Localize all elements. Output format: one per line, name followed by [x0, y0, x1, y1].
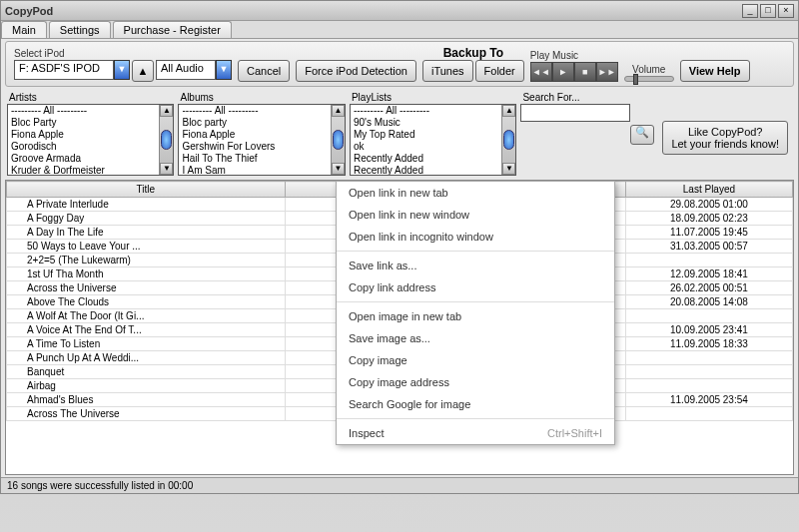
list-item[interactable]: ok	[351, 141, 501, 153]
backup-itunes-button[interactable]: iTunes	[422, 60, 473, 82]
tab-main[interactable]: Main	[1, 21, 47, 38]
list-item[interactable]: Recently Added	[351, 165, 501, 175]
ipod-dropdown[interactable]: F: ASDF'S IPOD ▼	[14, 60, 130, 82]
select-ipod-label: Select iPod	[14, 48, 232, 59]
list-item[interactable]: Groove Armada	[8, 153, 159, 165]
scrollbar[interactable]: ▲▼	[159, 105, 173, 175]
artists-list[interactable]: --------- All ---------Bloc PartyFiona A…	[7, 104, 174, 176]
eject-button[interactable]: ▲	[132, 60, 154, 82]
play-icon[interactable]: ►	[552, 62, 574, 82]
context-menu-item[interactable]: Copy link address	[337, 276, 614, 298]
maximize-button[interactable]: □	[760, 4, 776, 18]
list-item[interactable]: My Top Rated	[351, 129, 501, 141]
search-icon: 🔍	[635, 126, 649, 138]
context-menu-item[interactable]: Search Google for image	[337, 393, 614, 415]
list-item[interactable]: 90's Music	[351, 117, 501, 129]
search-label: Search For...	[520, 91, 654, 104]
toolbar: Select iPod F: ASDF'S IPOD ▼ ▲ All Audio…	[5, 41, 794, 87]
context-menu-item[interactable]: Open link in new tab	[337, 182, 614, 204]
backup-folder-button[interactable]: Folder	[475, 60, 524, 82]
force-detection-button[interactable]: Force iPod Detection	[296, 60, 416, 82]
chevron-down-icon[interactable]: ▼	[114, 60, 130, 80]
playlists-list[interactable]: --------- All ---------90's MusicMy Top …	[350, 104, 516, 176]
audio-dropdown[interactable]: All Audio ▼	[156, 60, 232, 82]
status-bar: 16 songs were successfully listed in 00:…	[1, 477, 798, 493]
context-menu-item[interactable]: Open link in new window	[337, 204, 614, 226]
list-item[interactable]: Bloc Party	[8, 117, 159, 129]
column-header[interactable]: Last Played	[625, 182, 792, 198]
list-item[interactable]: Kruder & Dorfmeister	[8, 165, 159, 175]
search-input[interactable]	[520, 104, 630, 122]
albums-list[interactable]: --------- All ---------Bloc partyFiona A…	[178, 104, 345, 176]
albums-label: Albums	[178, 91, 345, 104]
list-item[interactable]: Hail To The Thief	[179, 153, 330, 165]
rewind-icon[interactable]: ◄◄	[530, 62, 552, 82]
list-item[interactable]: --------- All ---------	[179, 105, 330, 117]
list-item[interactable]: Recently Added	[351, 153, 501, 165]
context-menu-item[interactable]: Open link in incognito window	[337, 226, 614, 248]
minimize-button[interactable]: _	[742, 4, 758, 18]
titlebar: CopyPod _ □ ×	[1, 1, 798, 21]
context-menu-item[interactable]: Save link as...	[337, 255, 614, 276]
filters-row: Artists --------- All ---------Bloc Part…	[1, 89, 798, 178]
column-header[interactable]: Title	[7, 182, 286, 198]
close-button[interactable]: ×	[778, 4, 794, 18]
context-menu-item[interactable]: Copy image	[337, 349, 614, 371]
songs-table: TitleArtistte AddedLast Played A Private…	[5, 180, 794, 475]
list-item[interactable]: --------- All ---------	[351, 105, 501, 117]
tab-settings[interactable]: Settings	[49, 21, 111, 38]
context-menu-item[interactable]: Copy image address	[337, 371, 614, 393]
list-item[interactable]: Gershwin For Lovers	[179, 141, 330, 153]
playlists-label: PlayLists	[350, 91, 516, 104]
play-music-label: Play Music	[530, 50, 618, 61]
list-item[interactable]: Fiona Apple	[8, 129, 159, 141]
context-menu: Open link in new tabOpen link in new win…	[336, 181, 615, 445]
context-menu-item[interactable]: InspectCtrl+Shift+I	[337, 422, 614, 444]
search-button[interactable]: 🔍	[630, 125, 654, 145]
tab-bar: Main Settings Purchase - Register	[1, 21, 798, 39]
stop-icon[interactable]: ■	[574, 62, 596, 82]
view-help-button[interactable]: View Help	[680, 60, 750, 82]
like-copypod-button[interactable]: Like CopyPod? Let your friends know!	[662, 121, 788, 155]
context-menu-item[interactable]: Open image in new tab	[337, 305, 614, 327]
backup-to-label: Backup To	[443, 46, 503, 60]
scrollbar[interactable]: ▲▼	[331, 105, 345, 175]
volume-thumb[interactable]	[633, 74, 638, 85]
list-item[interactable]: I Am Sam	[179, 165, 330, 175]
list-item[interactable]: Gorodisch	[8, 141, 159, 153]
list-item[interactable]: --------- All ---------	[8, 105, 159, 117]
context-menu-item[interactable]: Save image as...	[337, 327, 614, 349]
list-item[interactable]: Bloc party	[179, 117, 330, 129]
window-title: CopyPod	[5, 5, 740, 17]
app-window: CopyPod _ □ × Main Settings Purchase - R…	[0, 0, 799, 494]
forward-icon[interactable]: ►►	[596, 62, 618, 82]
tab-purchase[interactable]: Purchase - Register	[113, 21, 232, 38]
artists-label: Artists	[7, 91, 174, 104]
cancel-button[interactable]: Cancel	[238, 60, 290, 82]
list-item[interactable]: Fiona Apple	[179, 129, 330, 141]
scrollbar[interactable]: ▲▼	[501, 105, 515, 175]
chevron-down-icon[interactable]: ▼	[216, 60, 232, 80]
volume-slider[interactable]	[624, 76, 674, 82]
